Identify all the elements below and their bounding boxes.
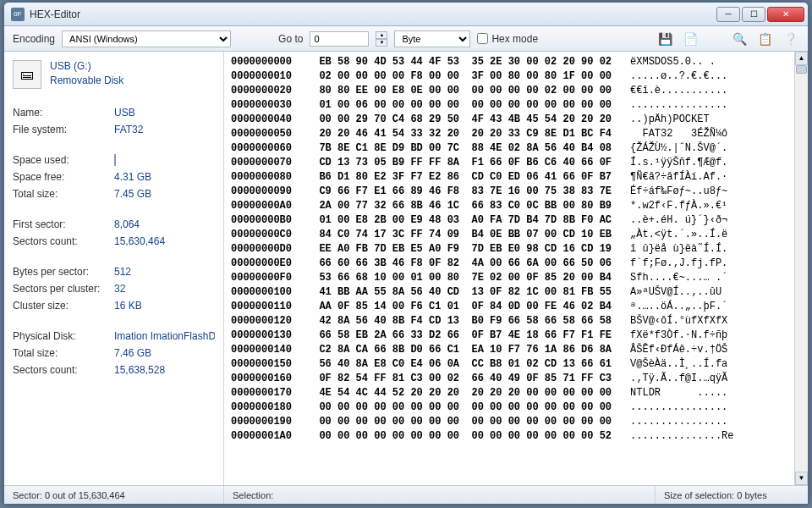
search-icon[interactable]: 🔍 <box>730 30 749 48</box>
status-sector: Sector: 0 out of 15,630,464 <box>4 486 224 504</box>
hex-row[interactable]: 0000000020 80 80 EE 00 E8 0E 00 00 00 00… <box>231 84 794 98</box>
toolbar: Encoding ANSI (Windows) Go to ▲ ▼ Byte H… <box>4 26 808 52</box>
hex-row[interactable]: 0000000150 56 40 8A E8 C0 E4 06 0A CC B8… <box>231 357 794 372</box>
phystotal-value: 7.46 GB <box>114 347 215 359</box>
export-icon[interactable]: 📄 <box>681 30 700 48</box>
spacefree-label: Space free: <box>13 171 114 183</box>
hex-row[interactable]: 0000000130 66 58 EB 2A 66 33 D2 66 0F B7… <box>231 329 794 343</box>
drive-icon: 🖴 <box>13 60 41 89</box>
fs-label: File system: <box>13 124 114 135</box>
cluster-value: 16 KB <box>114 300 215 312</box>
encoding-select[interactable]: ANSI (Windows) <box>62 30 231 47</box>
spaceused-label: Space used: <box>13 154 114 166</box>
sectorscount-value: 15,630,464 <box>114 235 215 247</box>
datatype-select[interactable]: Byte <box>394 30 470 47</box>
hex-row[interactable]: 00000000F0 53 66 68 10 00 01 00 80 7E 02… <box>231 271 794 285</box>
phys-value: Imation ImationFlashDr <box>114 330 215 342</box>
spinner-down[interactable]: ▼ <box>376 39 387 47</box>
hex-row[interactable]: 0000000060 7B 8E C1 8E D9 BD 00 7C 88 4E… <box>231 141 794 156</box>
encoding-label: Encoding <box>13 33 55 45</box>
hex-row[interactable]: 0000000030 01 00 06 00 00 00 00 00 00 00… <box>231 98 794 113</box>
scroll-up[interactable]: ▲ <box>795 52 808 65</box>
physsectors-value: 15,638,528 <box>114 364 215 376</box>
goto-spinner: ▲ ▼ <box>376 31 387 47</box>
spacefree-value: 4.31 GB <box>114 171 215 183</box>
hex-row[interactable]: 0000000040 00 00 29 70 C4 68 29 50 4F 43… <box>231 113 794 127</box>
body: 🖴 USB (G:) Removable Disk Name:USB File … <box>4 52 808 485</box>
spinner-up[interactable]: ▲ <box>376 31 387 39</box>
hex-row[interactable]: 00000000A0 2A 00 77 32 66 8B 46 1C 66 83… <box>231 199 794 213</box>
window-title: HEX-Editor <box>30 8 716 20</box>
hex-row[interactable]: 0000000160 0F 82 54 FF 81 C3 00 02 66 40… <box>231 372 794 386</box>
scrollbar[interactable]: ▲ ▼ <box>794 52 808 485</box>
hex-row[interactable]: 00000001A0 00 00 00 00 00 00 00 00 00 00… <box>231 429 794 444</box>
hex-row[interactable]: 0000000000 EB 58 90 4D 53 44 4F 53 35 2E… <box>231 55 794 69</box>
firstsector-label: First sector: <box>13 218 114 230</box>
hex-row[interactable]: 0000000010 02 00 00 00 00 F8 00 00 3F 00… <box>231 69 794 84</box>
save-icon[interactable]: 💾 <box>656 30 674 48</box>
hex-row[interactable]: 00000000C0 84 C0 74 17 3C FF 74 09 B4 0E… <box>231 228 794 242</box>
spaceused-progress <box>114 154 215 166</box>
scroll-down[interactable]: ▼ <box>795 472 808 485</box>
status-size: Size of selection: 0 bytes <box>656 486 808 504</box>
sectorscount-label: Sectors count: <box>13 235 114 247</box>
drive-type: Removable Disk <box>50 75 123 86</box>
firstsector-value: 8,064 <box>114 218 215 230</box>
scroll-thumb[interactable] <box>796 65 807 74</box>
bps-value: 512 <box>114 266 215 278</box>
hex-pane: 0000000000 EB 58 90 4D 53 44 4F 53 35 2E… <box>224 52 808 485</box>
totalsize-label: Total size: <box>13 188 114 200</box>
hexmode-label: Hex mode <box>491 33 538 45</box>
hex-row[interactable]: 00000000D0 EE A0 FB 7D EB E5 A0 F9 7D EB… <box>231 242 794 257</box>
hex-row[interactable]: 0000000070 CD 13 73 05 B9 FF FF 8A F1 66… <box>231 156 794 170</box>
spc-label: Sectors per cluster: <box>13 283 114 295</box>
spc-value: 32 <box>114 283 215 295</box>
bps-label: Bytes per sector: <box>13 266 114 278</box>
main-window: 0F HEX-Editor ─ ☐ ✕ Encoding ANSI (Windo… <box>3 2 809 505</box>
app-icon: 0F <box>11 8 25 21</box>
phystotal-label: Total size: <box>13 347 114 359</box>
physsectors-label: Sectors count: <box>13 364 114 376</box>
hex-row[interactable]: 0000000190 00 00 00 00 00 00 00 00 00 00… <box>231 415 794 429</box>
hex-row[interactable]: 0000000170 4E 54 4C 44 52 20 20 20 20 20… <box>231 386 794 400</box>
titlebar[interactable]: 0F HEX-Editor ─ ☐ ✕ <box>4 3 808 26</box>
hex-row[interactable]: 0000000050 20 20 46 41 54 33 32 20 20 20… <box>231 127 794 141</box>
drive-name: USB (G:) <box>50 60 123 72</box>
hex-row[interactable]: 0000000110 AA 0F 85 14 00 F6 C1 01 0F 84… <box>231 300 794 314</box>
status-selection: Selection: <box>224 486 656 504</box>
hex-row[interactable]: 0000000140 C2 8A CA 66 8B D0 66 C1 EA 10… <box>231 343 794 357</box>
statusbar: Sector: 0 out of 15,630,464 Selection: S… <box>4 485 808 504</box>
hex-content[interactable]: 0000000000 EB 58 90 4D 53 44 4F 53 35 2E… <box>224 52 794 485</box>
goto-label: Go to <box>278 33 303 45</box>
fs-value: FAT32 <box>114 124 215 135</box>
maximize-button[interactable]: ☐ <box>742 7 765 22</box>
hex-row[interactable]: 00000000B0 01 00 E8 2B 00 E9 48 03 A0 FA… <box>231 213 794 228</box>
sidebar: 🖴 USB (G:) Removable Disk Name:USB File … <box>4 52 224 485</box>
hex-row[interactable]: 0000000180 00 00 00 00 00 00 00 00 00 00… <box>231 400 794 415</box>
window-controls: ─ ☐ ✕ <box>716 7 804 22</box>
goto-input[interactable] <box>310 31 369 47</box>
help-icon[interactable]: ❔ <box>781 30 799 48</box>
hex-row[interactable]: 0000000080 B6 D1 80 E2 3F F7 E2 86 CD C0… <box>231 170 794 185</box>
name-value: USB <box>114 107 215 119</box>
minimize-button[interactable]: ─ <box>716 7 740 22</box>
hex-row[interactable]: 0000000100 41 BB AA 55 8A 56 40 CD 13 0F… <box>231 285 794 300</box>
name-label: Name: <box>13 107 114 119</box>
totalsize-value: 7.45 GB <box>114 188 215 200</box>
hex-row[interactable]: 00000000E0 66 60 66 3B 46 F8 0F 82 4A 00… <box>231 257 794 271</box>
copy-icon[interactable]: 📋 <box>755 30 774 48</box>
cluster-label: Cluster size: <box>13 300 114 312</box>
hex-row[interactable]: 0000000120 42 8A 56 40 8B F4 CD 13 B0 F9… <box>231 314 794 329</box>
hexmode-checkbox[interactable] <box>477 33 488 44</box>
phys-label: Physical Disk: <box>13 330 114 342</box>
close-button[interactable]: ✕ <box>767 7 804 22</box>
hex-row[interactable]: 0000000090 C9 66 F7 E1 66 89 46 F8 83 7E… <box>231 185 794 199</box>
